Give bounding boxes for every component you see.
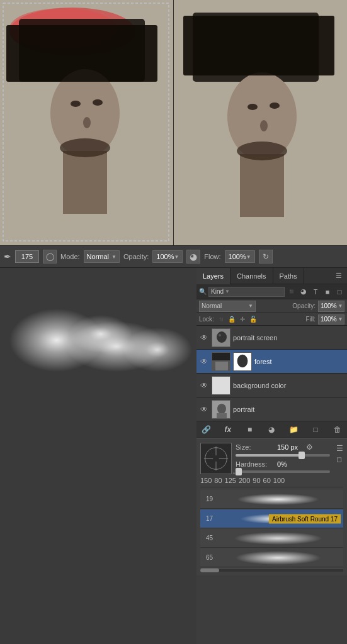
eye-icon-portrait[interactable]: 👁	[199, 404, 209, 414]
kind-dropdown[interactable]: Kind ▼	[208, 287, 285, 297]
brush-num-19: 19	[203, 496, 213, 502]
lock-move-icon[interactable]: ✛	[238, 315, 247, 324]
flow-value[interactable]: 100% ▼	[225, 250, 255, 263]
filter-pixel-icon[interactable]: ◾	[287, 287, 297, 297]
layer-bottom-bar: 🔗 fx ■ ◕ 📁 □ 🗑	[196, 421, 347, 438]
mode-label: Mode:	[60, 253, 80, 260]
blend-mode-dropdown[interactable]: Normal ▼	[199, 301, 256, 312]
preset-200[interactable]: 200	[239, 477, 250, 484]
toolbar: ✒ 175 ◯ Mode: Normal ▼ Opacity: 100% ▼ ◕…	[0, 245, 347, 268]
lock-all-icon[interactable]: 🔓	[249, 315, 258, 324]
svg-rect-6	[6, 25, 157, 82]
filter-smart-icon[interactable]: □	[334, 287, 344, 297]
eye-icon-background-color[interactable]: 👁	[199, 380, 209, 391]
scrollbar-thumb[interactable]	[200, 569, 219, 572]
hardness-row: Hardness: 0%	[236, 460, 333, 468]
preset-125[interactable]: 125	[225, 477, 236, 484]
brush-list-scrollbar[interactable]	[200, 568, 343, 572]
fill-value[interactable]: 100% ▼	[318, 314, 344, 325]
svg-point-19	[260, 120, 268, 131]
brush-item-17[interactable]: 17 Airbrush Soft Round 17	[200, 509, 343, 528]
brush-list: 19	[200, 490, 343, 572]
canvas-rotate-icon[interactable]: ↻	[259, 250, 273, 264]
layer-row-portrait-screen[interactable]: 👁 portrait screen	[196, 326, 347, 350]
size-row: Size: 150 px ⚙	[236, 443, 333, 452]
svg-point-7	[71, 101, 81, 107]
brush-size-input[interactable]: 175	[15, 250, 39, 263]
svg-point-45	[234, 532, 322, 545]
brush-num-45: 45	[203, 535, 213, 541]
brush-panel-close-icon[interactable]: ◻	[336, 455, 343, 464]
panels-right: Layers Channels Paths ☰ 🔍 Kind ▼ ◾ ◕ T ■…	[196, 268, 347, 644]
new-layer-icon[interactable]: □	[310, 424, 321, 435]
lock-label: Lock:	[199, 316, 214, 323]
brush-item-45[interactable]: 45	[200, 529, 343, 548]
layer-name-portrait-screen: portrait screen	[233, 334, 344, 341]
preset-90[interactable]: 90	[253, 477, 260, 484]
lock-position-icon[interactable]: 🔒	[227, 315, 236, 324]
svg-rect-33	[212, 377, 230, 395]
svg-rect-15	[240, 154, 284, 217]
eye-icon-portrait-screen[interactable]: 👁	[199, 333, 209, 343]
svg-point-8	[93, 99, 103, 106]
svg-rect-29	[212, 353, 230, 360]
layer-filter-icons: ◾ ◕ T ■ □	[287, 287, 344, 297]
brush-stroke-45	[215, 531, 341, 546]
preset-150[interactable]: 150	[200, 477, 212, 484]
brush-panel-options-icon[interactable]: ☰	[336, 444, 343, 453]
svg-point-18	[270, 103, 280, 109]
svg-point-46	[236, 551, 321, 565]
mode-dropdown[interactable]: Normal ▼	[84, 250, 120, 263]
lock-pixels-icon[interactable]: ◾	[217, 315, 225, 324]
link-layers-icon[interactable]: 🔗	[200, 424, 212, 435]
svg-rect-5	[63, 151, 107, 214]
tab-channels[interactable]: Channels	[230, 268, 273, 284]
filter-shape-icon[interactable]: ■	[322, 287, 333, 297]
preset-60[interactable]: 60	[263, 477, 271, 484]
preset-80[interactable]: 80	[214, 477, 222, 484]
hardness-slider-track[interactable]	[236, 470, 330, 473]
brush-preview-icon[interactable]: ◯	[43, 250, 57, 264]
fill-label: Fill:	[305, 316, 316, 323]
layer-row-background-color[interactable]: 👁 background color	[196, 374, 347, 397]
svg-point-32	[237, 354, 248, 367]
opacity-panel-value[interactable]: 100% ▼	[318, 301, 344, 312]
canvas-area	[0, 0, 347, 245]
flow-label: Flow:	[204, 253, 220, 260]
tab-paths[interactable]: Paths	[273, 268, 304, 284]
preset-100[interactable]: 100	[273, 477, 285, 484]
layer-thumb-portrait-screen	[212, 328, 230, 347]
hardness-slider-thumb[interactable]	[236, 468, 242, 475]
brush-item-19[interactable]: 19	[200, 490, 343, 509]
lock-icons-group: ◾ 🔒 ✛ 🔓	[217, 315, 258, 324]
brush-circle-preview	[200, 443, 232, 474]
brush-settings-panel: Size: 150 px ⚙ Hardness: 0%	[196, 438, 347, 575]
delete-layer-icon[interactable]: 🗑	[332, 424, 343, 435]
add-mask-icon[interactable]: ■	[244, 424, 256, 435]
airbrush-icon[interactable]: ◕	[186, 250, 200, 264]
brush-item-65[interactable]: 65	[200, 548, 343, 567]
group-icon[interactable]: 📁	[288, 424, 299, 435]
layers-menu-icon[interactable]: ☰	[331, 272, 347, 280]
layer-name-background-color: background color	[233, 382, 344, 389]
filter-text-icon[interactable]: T	[310, 287, 321, 297]
fx-icon[interactable]: fx	[222, 424, 234, 435]
canvas-left[interactable]	[0, 0, 173, 245]
eye-icon-forest[interactable]: 👁	[199, 357, 209, 367]
adjustments-icon[interactable]: ◕	[266, 424, 277, 435]
layer-row-portrait[interactable]: 👁 portrait	[196, 397, 347, 421]
brush-tool-icon: ✒	[4, 252, 11, 262]
filter-adjust-icon[interactable]: ◕	[299, 287, 309, 297]
canvas-right[interactable]	[174, 0, 347, 245]
brush-canvas[interactable]	[0, 268, 196, 644]
size-param-label: Size:	[236, 443, 273, 451]
layer-row-forest[interactable]: 👁 forest	[196, 350, 347, 374]
tab-layers[interactable]: Layers	[196, 268, 230, 284]
opacity-value[interactable]: 100% ▼	[152, 250, 183, 263]
svg-point-20	[237, 142, 287, 160]
brush-settings-gear-icon[interactable]: ⚙	[306, 443, 313, 452]
size-slider-track[interactable]	[236, 454, 330, 457]
size-slider-thumb[interactable]	[299, 452, 305, 459]
layer-thumb-portrait	[212, 400, 230, 419]
brush-preset-sizes: 150 80 125 200 90 60 100	[200, 474, 343, 487]
